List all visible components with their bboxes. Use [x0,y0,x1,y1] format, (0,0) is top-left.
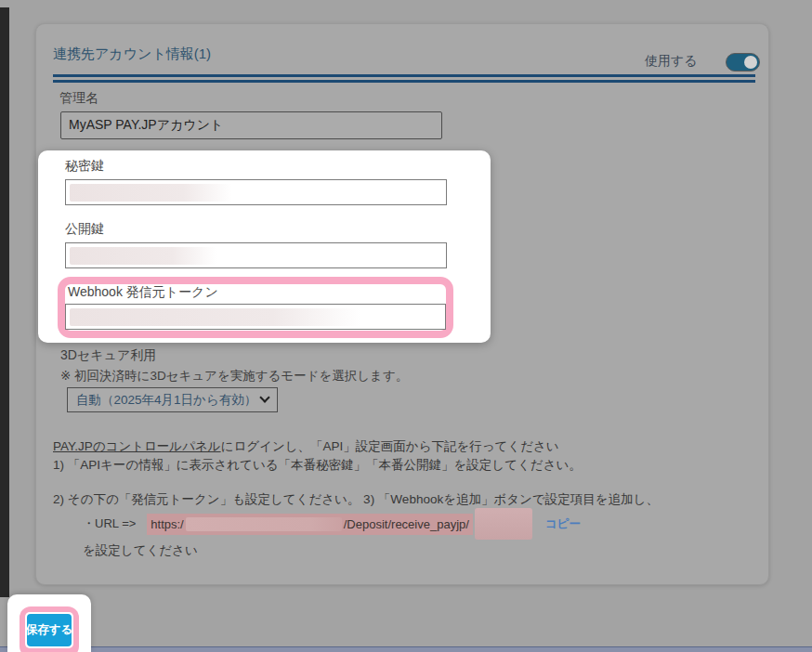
redacted-url-suffix [475,508,532,540]
url-path-text: /Deposit/receive_payjp/ [344,517,469,531]
webhook-url-row: ・URL => https:/ /Deposit/receive_payjp/ … [83,507,581,541]
toggle-knob-icon [744,56,757,69]
redacted-webhook-token [70,308,360,326]
url-scheme-text: https:/ [151,517,183,531]
redacted-secret-key [70,184,232,202]
webhook-url-value: https:/ /Deposit/receive_payjp/ [147,514,473,535]
webhook-token-label: Webhook 発信元トークン [68,284,218,301]
payjp-control-panel-link[interactable]: PAY.JPのコントロールパネル [53,439,221,453]
save-spotlight: 保存する [7,594,91,652]
secret-key-input[interactable] [65,179,447,205]
secure3d-selected-option: 自動（2025年4月1日から有効） [76,392,256,409]
save-button-ring: 保存する [25,612,73,648]
use-toggle[interactable] [726,53,760,72]
instruction-line-1-rest: にログインし、「API」設定画面から下記を行ってください [221,439,559,453]
secret-key-label: 秘密鍵 [65,158,104,175]
webhook-token-highlight: Webhook 発信元トークン [58,277,453,338]
instruction-line-1: PAY.JPのコントロールパネルにログインし、「API」設定画面から下記を行って… [53,438,559,455]
secure3d-note: ※ 初回決済時に3Dセキュアを実施するモードを選択します。 [60,368,408,385]
redacted-domain [186,517,342,531]
panel-title: 連携先アカウント情報(1) [53,46,211,63]
footer-bar [0,646,812,652]
secure3d-label: 3Dセキュア利用 [60,347,156,364]
instruction-line-4: を設定してください [83,542,198,559]
public-key-input[interactable] [65,242,447,268]
admin-name-label: 管理名 [59,90,98,107]
left-edge-strip [0,7,9,597]
webhook-token-input[interactable] [65,304,446,330]
use-toggle-label: 使用する [645,53,698,70]
api-keys-spotlight: 秘密鍵 公開鍵 Webhook 発信元トークン [38,150,491,343]
header-divider [53,74,755,83]
redacted-public-key [70,247,216,265]
instruction-line-2: 1) 「APIキーの情報」に表示されている「本番秘密鍵」「本番公開鍵」を設定して… [53,457,582,474]
instruction-line-3: 2) その下の「発信元トークン」も設定してください。 3) 「Webhookを追… [53,491,659,508]
save-button-highlight: 保存する [20,606,79,652]
admin-name-input[interactable] [60,111,442,139]
public-key-label: 公開鍵 [65,221,104,238]
secure3d-select[interactable]: 自動（2025年4月1日から有効） [67,387,278,412]
chevron-down-icon [259,392,269,402]
page: 連携先アカウント情報(1) 使用する 管理名 3Dセキュア利用 ※ 初回決済時に… [0,0,812,652]
save-button[interactable]: 保存する [27,614,72,646]
url-prefix-label: ・URL => [83,515,136,532]
copy-link[interactable]: コピー [545,516,581,532]
